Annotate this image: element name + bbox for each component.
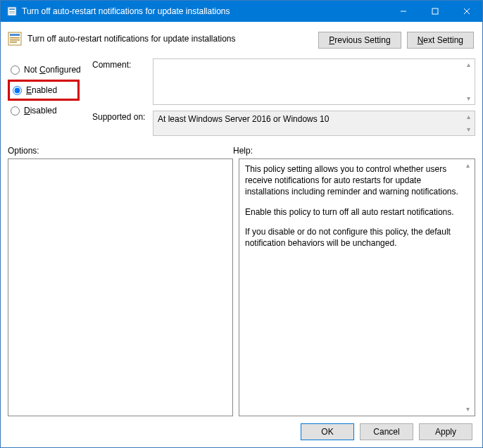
- supported-scrollbar: ▴▾: [463, 112, 474, 135]
- supported-on-label: Supported on:: [92, 111, 149, 122]
- radio-enabled-label: Enabled: [26, 85, 57, 95]
- dialog-window: Turn off auto-restart notifications for …: [0, 0, 483, 448]
- svg-rect-2: [9, 11, 15, 12]
- ok-button[interactable]: OK: [301, 423, 354, 440]
- cancel-button[interactable]: Cancel: [360, 423, 413, 440]
- svg-rect-10: [10, 37, 20, 39]
- radio-disabled-label: Disabled: [24, 106, 57, 116]
- dialog-body: Turn off auto-restart notifications for …: [1, 22, 482, 447]
- help-label: Help:: [233, 146, 253, 156]
- maximize-button[interactable]: [419, 1, 451, 22]
- comment-label: Comment:: [92, 58, 149, 70]
- comment-scrollbar[interactable]: ▴▾: [463, 60, 474, 104]
- options-label: Options:: [8, 146, 233, 156]
- previous-setting-button[interactable]: Previous Setting: [318, 32, 401, 49]
- radio-enabled-input[interactable]: [13, 86, 22, 95]
- svg-rect-1: [9, 8, 15, 10]
- close-button[interactable]: [451, 1, 482, 22]
- help-pane: This policy setting allows you to contro…: [239, 158, 475, 416]
- help-paragraph: Enable this policy to turn off all auto …: [245, 206, 462, 218]
- state-radio-group: Not Configured Enabled Disabled: [8, 58, 92, 136]
- svg-rect-12: [10, 42, 17, 43]
- policy-icon: [6, 6, 18, 17]
- radio-enabled[interactable]: Enabled: [8, 80, 80, 101]
- apply-button[interactable]: Apply: [419, 423, 472, 440]
- dialog-footer: OK Cancel Apply: [8, 416, 475, 440]
- supported-on-value: At least Windows Server 2016 or Windows …: [158, 114, 329, 124]
- radio-not-configured-label: Not Configured: [24, 65, 81, 75]
- svg-rect-3: [9, 13, 15, 13]
- supported-on-box: At least Windows Server 2016 or Windows …: [153, 111, 475, 136]
- radio-not-configured[interactable]: Not Configured: [8, 61, 92, 78]
- page-title: Turn off auto-restart notifications for …: [27, 34, 236, 44]
- comment-textarea[interactable]: ▴▾: [153, 58, 475, 105]
- policy-large-icon: [8, 32, 22, 46]
- window-controls: [387, 1, 482, 22]
- help-paragraph: This policy setting allows you to contro…: [245, 163, 462, 198]
- svg-rect-5: [432, 8, 438, 14]
- minimize-button[interactable]: [387, 1, 419, 22]
- next-setting-button[interactable]: Next Setting: [407, 32, 474, 49]
- svg-rect-11: [10, 39, 20, 41]
- help-scrollbar[interactable]: ▴▾: [462, 161, 473, 414]
- radio-not-configured-input[interactable]: [11, 66, 20, 75]
- help-text: This policy setting allows you to contro…: [245, 163, 462, 249]
- options-pane: [8, 158, 233, 416]
- radio-disabled[interactable]: Disabled: [8, 102, 92, 119]
- titlebar: Turn off auto-restart notifications for …: [1, 1, 482, 22]
- svg-rect-9: [10, 34, 20, 36]
- radio-disabled-input[interactable]: [11, 106, 20, 116]
- window-title: Turn off auto-restart notifications for …: [22, 6, 387, 16]
- help-paragraph: If you disable or do not configure this …: [245, 226, 462, 249]
